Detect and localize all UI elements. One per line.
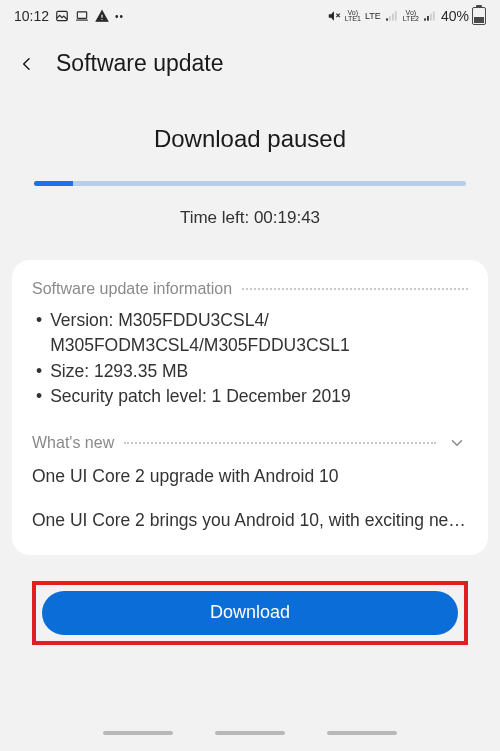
divider-dots (242, 288, 468, 290)
mute-icon (327, 9, 341, 23)
info-security: Security patch level: 1 December 2019 (36, 384, 468, 409)
sim2-indicator: Vo)LTE2 (403, 10, 419, 21)
svg-point-3 (101, 19, 102, 20)
svg-rect-12 (430, 14, 432, 21)
svg-rect-6 (386, 18, 388, 20)
back-button[interactable] (14, 51, 40, 77)
status-time: 10:12 (14, 8, 49, 24)
warning-icon (95, 9, 109, 23)
whats-new-line1: One UI Core 2 upgrade with Android 10 (32, 464, 468, 489)
signal-icon-2 (423, 9, 437, 23)
nav-home[interactable] (215, 731, 285, 735)
battery-indicator: 40% (441, 7, 486, 25)
page-title: Software update (56, 50, 224, 77)
whats-new-line2: One UI Core 2 brings you Android 10, wit… (32, 508, 468, 533)
svg-rect-10 (424, 18, 426, 20)
image-icon (55, 9, 69, 23)
time-left-label: Time left: 00:19:43 (0, 208, 500, 228)
svg-rect-13 (433, 11, 435, 20)
svg-rect-7 (389, 16, 391, 21)
svg-rect-1 (77, 12, 86, 18)
laptop-icon (75, 9, 89, 23)
info-section-header: Software update information (32, 280, 468, 298)
info-size: Size: 1293.35 MB (36, 359, 468, 384)
signal-icon-1 (385, 9, 399, 23)
download-status-text: Download paused (0, 125, 500, 153)
download-button[interactable]: Download (42, 591, 458, 635)
lte-label: LTE (365, 11, 381, 21)
info-version: Version: M305FDDU3CSL4/ M305FODM3CSL4/M3… (36, 308, 468, 359)
info-list: Version: M305FDDU3CSL4/ M305FODM3CSL4/M3… (32, 308, 468, 410)
annotation-highlight: Download (32, 581, 468, 645)
sim1-indicator: Vo)LTE1 (345, 10, 361, 21)
download-button-area: Download (0, 555, 500, 645)
svg-rect-11 (427, 16, 429, 21)
progress-bar (34, 181, 466, 186)
download-status-block: Download paused (0, 125, 500, 153)
svg-rect-9 (395, 11, 397, 20)
more-icon: •• (115, 11, 124, 22)
app-header: Software update (0, 32, 500, 87)
status-bar: 10:12 •• Vo)LTE1 LTE Vo)LTE2 40% (0, 0, 500, 32)
whats-new-header[interactable]: What's new (32, 432, 468, 454)
nav-recent[interactable] (103, 731, 173, 735)
progress-fill (34, 181, 73, 186)
update-info-card: Software update information Version: M30… (12, 260, 488, 555)
navigation-bar (0, 715, 500, 751)
divider-dots (124, 442, 436, 444)
svg-rect-8 (392, 14, 394, 21)
chevron-down-icon[interactable] (446, 432, 468, 454)
whats-new-body: One UI Core 2 upgrade with Android 10 On… (32, 464, 468, 533)
nav-back[interactable] (327, 731, 397, 735)
